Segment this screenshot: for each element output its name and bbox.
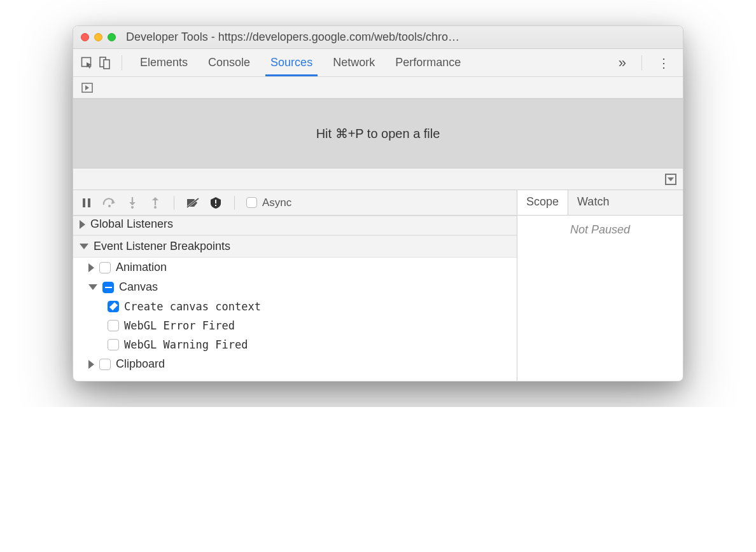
expand-drawer-icon[interactable]	[665, 174, 676, 185]
breakpoint-label: WebGL Error Fired	[124, 319, 235, 332]
debugger-left: Async Global Listeners Event Listener Br…	[73, 190, 517, 381]
window-title: Developer Tools - https://developers.goo…	[126, 31, 675, 44]
chevron-down-icon	[80, 244, 88, 249]
svg-rect-13	[215, 200, 216, 204]
minimize-window-button[interactable]	[94, 33, 102, 41]
deactivate-breakpoints-icon[interactable]	[186, 196, 200, 210]
event-listener-breakpoints-label: Event Listener Breakpoints	[94, 240, 230, 253]
not-paused-text: Not Paused	[570, 223, 630, 237]
chevron-right-icon	[88, 263, 94, 272]
global-listeners-section[interactable]: Global Listeners	[73, 216, 517, 235]
device-toolbar-icon[interactable]	[97, 55, 113, 71]
zoom-window-button[interactable]	[108, 33, 116, 41]
category-label: Canvas	[119, 280, 158, 294]
tab-scope[interactable]: Scope	[517, 190, 568, 215]
close-window-button[interactable]	[81, 33, 89, 41]
svg-rect-2	[104, 60, 109, 69]
step-into-icon[interactable]	[125, 196, 139, 210]
titlebar: Developer Tools - https://developers.goo…	[73, 26, 683, 49]
devtools-window: Developer Tools - https://developers.goo…	[73, 25, 683, 382]
svg-rect-4	[83, 198, 85, 207]
inspect-element-icon[interactable]	[80, 55, 95, 71]
svg-rect-5	[88, 198, 90, 207]
breakpoint-label: Create canvas context	[124, 300, 261, 313]
chevron-right-icon	[88, 360, 94, 369]
category-canvas[interactable]: Canvas	[73, 277, 517, 297]
traffic-lights	[81, 33, 116, 41]
tab-performance[interactable]: Performance	[386, 50, 470, 76]
chevron-right-icon	[80, 220, 85, 229]
breakpoint-tree: Global Listeners Event Listener Breakpoi…	[73, 216, 517, 381]
async-label: Async	[262, 197, 291, 209]
breakpoint-webgl-error-fired[interactable]: WebGL Error Fired	[73, 316, 517, 335]
open-file-hint: Hit ⌘+P to open a file	[73, 99, 683, 169]
separator	[234, 196, 235, 210]
scope-body: Not Paused	[517, 216, 683, 381]
breakpoint-webgl-warning-fired[interactable]: WebGL Warning Fired	[73, 335, 517, 354]
global-listeners-label: Global Listeners	[90, 217, 173, 231]
event-listener-breakpoints-section[interactable]: Event Listener Breakpoints	[73, 235, 517, 258]
kebab-menu-icon[interactable]: ⋮	[651, 55, 676, 71]
pause-icon[interactable]	[80, 196, 94, 210]
svg-rect-14	[215, 205, 216, 206]
category-checkbox[interactable]	[99, 262, 111, 273]
category-animation[interactable]: Animation	[73, 258, 517, 277]
category-label: Animation	[116, 261, 167, 274]
step-over-icon[interactable]	[102, 196, 116, 210]
svg-point-8	[131, 206, 134, 209]
category-label: Clipboard	[116, 357, 165, 371]
debugger-right: Scope Watch Not Paused	[517, 190, 683, 381]
breakpoint-label: WebGL Warning Fired	[124, 338, 248, 351]
separator	[174, 196, 174, 210]
more-tabs-icon[interactable]: »	[612, 55, 633, 71]
separator	[122, 55, 122, 71]
sources-subbar	[73, 77, 683, 99]
scope-watch-tabs: Scope Watch	[517, 190, 683, 216]
tab-network[interactable]: Network	[324, 50, 384, 76]
async-toggle[interactable]: Async	[246, 197, 291, 209]
breakpoint-checkbox-checked[interactable]	[108, 301, 119, 312]
svg-point-10	[154, 206, 157, 209]
hint-text: Hit ⌘+P to open a file	[316, 126, 440, 141]
show-navigator-icon[interactable]	[80, 80, 95, 95]
category-clipboard[interactable]: Clipboard	[73, 354, 517, 374]
breakpoint-checkbox[interactable]	[108, 320, 119, 331]
chevron-down-icon	[88, 284, 97, 290]
main-tabs: Elements Console Sources Network Perform…	[73, 49, 683, 77]
step-out-icon[interactable]	[148, 196, 162, 210]
separator	[641, 55, 642, 71]
async-checkbox[interactable]	[246, 197, 257, 208]
tab-sources[interactable]: Sources	[262, 50, 321, 76]
tab-console[interactable]: Console	[199, 50, 259, 76]
debugger-toolbar: Async	[73, 190, 517, 216]
pause-on-exceptions-icon[interactable]	[209, 196, 223, 210]
breakpoint-create-canvas-context[interactable]: Create canvas context	[73, 297, 517, 316]
console-drawer-collapsed	[73, 169, 683, 190]
debugger-pane: Async Global Listeners Event Listener Br…	[73, 190, 683, 381]
tab-elements[interactable]: Elements	[131, 50, 197, 76]
tab-watch[interactable]: Watch	[568, 190, 618, 215]
category-checkbox[interactable]	[99, 359, 111, 370]
breakpoint-checkbox[interactable]	[108, 339, 119, 350]
category-checkbox-indeterminate[interactable]	[102, 282, 114, 293]
svg-point-6	[108, 205, 111, 207]
